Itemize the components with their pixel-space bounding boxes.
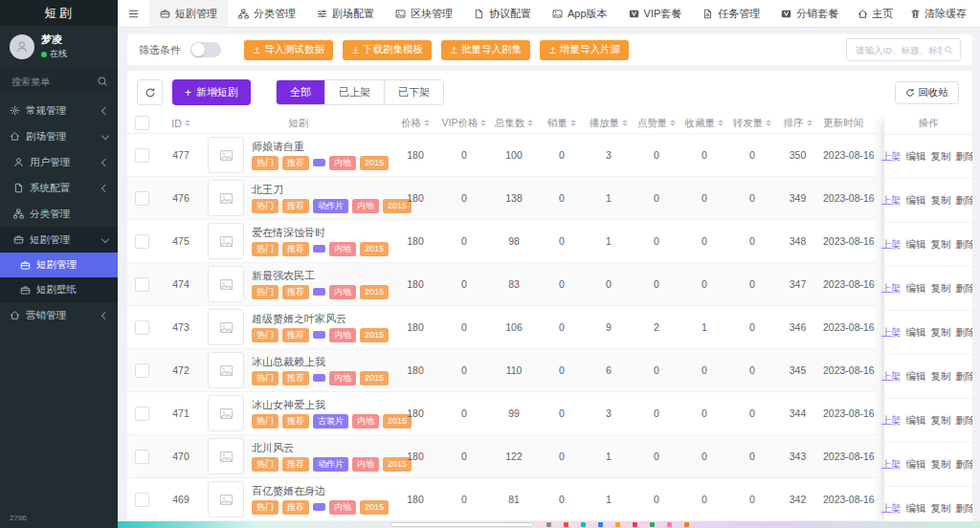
- nav-tab-task-manage[interactable]: 任务管理: [692, 0, 770, 27]
- action-delete[interactable]: 删除: [956, 502, 973, 516]
- taskbar-app-icon[interactable]: [650, 522, 655, 527]
- nav-tab-block-manage[interactable]: 区块管理: [385, 0, 463, 27]
- action-delete[interactable]: 删除: [956, 414, 973, 428]
- sort-icon[interactable]: [766, 120, 771, 126]
- sidebar-item-system-config[interactable]: 系统配置: [0, 175, 118, 201]
- sidebar-item-marketing-manage[interactable]: 营销管理: [0, 302, 118, 328]
- action-copy[interactable]: 复制: [931, 150, 951, 164]
- tab-listed[interactable]: 已上架: [324, 80, 384, 104]
- sort-icon[interactable]: [424, 120, 430, 126]
- action-edit[interactable]: 编辑: [906, 370, 926, 384]
- action-list[interactable]: 上架: [881, 326, 902, 340]
- taskbar-app-icon[interactable]: [633, 522, 637, 527]
- tab-all[interactable]: 全部: [277, 80, 324, 104]
- action-list[interactable]: 上架: [881, 238, 902, 252]
- batch-import-episodes-button[interactable]: 批量导入剧集: [441, 40, 530, 60]
- action-edit[interactable]: 编辑: [906, 326, 926, 340]
- nav-tab-drama-manage[interactable]: 短剧管理: [149, 0, 228, 27]
- action-edit[interactable]: 编辑: [906, 502, 926, 516]
- taskbar-app-icon[interactable]: [564, 522, 568, 527]
- action-edit[interactable]: 编辑: [906, 414, 926, 428]
- nav-tab-theater-config[interactable]: 剧场配置: [306, 0, 385, 27]
- incremental-import-source-button[interactable]: 增量导入片源: [540, 40, 629, 60]
- select-all-checkbox[interactable]: [127, 116, 156, 130]
- action-edit[interactable]: 编辑: [906, 458, 926, 472]
- row-checkbox[interactable]: [127, 234, 156, 249]
- sidebar-item-theater-manage[interactable]: 剧场管理: [0, 123, 118, 149]
- sidebar-item-general-manage[interactable]: 常规管理: [0, 98, 118, 123]
- action-edit[interactable]: 编辑: [906, 238, 926, 252]
- sort-icon[interactable]: [480, 120, 486, 126]
- sort-icon[interactable]: [185, 120, 190, 126]
- nav-tab-distribution-package[interactable]: 分销套餐: [770, 0, 849, 27]
- row-checkbox[interactable]: [127, 191, 156, 206]
- column-header-sales[interactable]: 销量: [539, 117, 585, 130]
- action-list[interactable]: 上架: [881, 194, 902, 208]
- action-list[interactable]: 上架: [881, 150, 902, 164]
- refresh-button[interactable]: [137, 79, 163, 105]
- sidebar-search-input[interactable]: [10, 76, 97, 88]
- action-copy[interactable]: 复制: [931, 238, 951, 252]
- action-copy[interactable]: 复制: [931, 502, 951, 516]
- action-list[interactable]: 上架: [881, 282, 902, 296]
- action-delete[interactable]: 删除: [956, 326, 973, 340]
- sort-icon[interactable]: [807, 120, 813, 126]
- row-checkbox[interactable]: [127, 277, 156, 292]
- row-checkbox[interactable]: [127, 148, 156, 163]
- action-list[interactable]: 上架: [881, 370, 902, 384]
- nav-link-clear-cache[interactable]: 清除缓存: [902, 0, 975, 27]
- recycle-bin-button[interactable]: 回收站: [895, 81, 960, 104]
- sort-icon[interactable]: [718, 120, 724, 126]
- action-edit[interactable]: 编辑: [906, 194, 926, 208]
- action-delete[interactable]: 删除: [956, 238, 973, 252]
- sort-icon[interactable]: [570, 120, 576, 126]
- taskbar-app-icon[interactable]: [598, 522, 603, 527]
- row-checkbox[interactable]: [127, 493, 156, 507]
- taskbar-app-icon[interactable]: [667, 522, 672, 527]
- action-copy[interactable]: 复制: [931, 194, 951, 208]
- import-test-data-button[interactable]: 导入测试数据: [244, 40, 333, 60]
- nav-tab-category-manage[interactable]: 分类管理: [228, 0, 306, 27]
- sidebar-item-category-manage[interactable]: 分类管理: [0, 201, 118, 227]
- add-drama-button[interactable]: + 新增短剧: [172, 79, 251, 105]
- download-episode-template-button[interactable]: 下载剧集模板: [343, 40, 432, 60]
- action-edit[interactable]: 编辑: [906, 282, 926, 296]
- action-delete[interactable]: 删除: [956, 282, 973, 296]
- sort-icon[interactable]: [527, 120, 533, 126]
- nav-tab-app-version[interactable]: App版本: [542, 0, 618, 27]
- row-checkbox[interactable]: [127, 407, 156, 421]
- action-delete[interactable]: 删除: [956, 194, 973, 208]
- nav-link-home[interactable]: 主页: [849, 0, 902, 27]
- taskbar-app-icon[interactable]: [615, 522, 620, 527]
- action-delete[interactable]: 删除: [956, 150, 973, 164]
- taskbar-app-icon[interactable]: [546, 522, 551, 527]
- column-header-vip_price[interactable]: VIP价格: [439, 117, 489, 130]
- column-header-price[interactable]: 价格: [391, 117, 439, 130]
- filter-toggle[interactable]: [190, 42, 221, 57]
- sidebar-item-drama-wallpaper[interactable]: 短剧壁纸: [0, 277, 118, 302]
- taskbar-app-icon[interactable]: [684, 522, 689, 527]
- action-list[interactable]: 上架: [881, 414, 902, 428]
- nav-tab-vip-package[interactable]: VIP套餐: [618, 0, 693, 27]
- row-checkbox[interactable]: [127, 320, 156, 335]
- sidebar-item-user-manage[interactable]: 用户管理: [0, 149, 118, 175]
- tab-unlisted[interactable]: 已下架: [384, 80, 443, 104]
- column-header-plays[interactable]: 播放量: [585, 117, 633, 130]
- action-copy[interactable]: 复制: [931, 370, 951, 384]
- sidebar-item-drama-manage-group[interactable]: 短剧管理: [0, 227, 118, 253]
- action-delete[interactable]: 删除: [956, 458, 973, 472]
- action-list[interactable]: 上架: [881, 502, 902, 516]
- action-copy[interactable]: 复制: [931, 326, 951, 340]
- action-copy[interactable]: 复制: [931, 282, 951, 296]
- sort-icon[interactable]: [622, 120, 628, 126]
- column-header-episodes[interactable]: 总集数: [489, 117, 539, 130]
- action-delete[interactable]: 删除: [956, 370, 973, 384]
- column-header-order[interactable]: 排序: [776, 117, 819, 130]
- column-header-shares[interactable]: 转发量: [728, 117, 776, 130]
- action-copy[interactable]: 复制: [931, 458, 951, 472]
- column-header-likes[interactable]: 点赞量: [633, 117, 680, 130]
- action-edit[interactable]: 编辑: [906, 150, 926, 164]
- action-list[interactable]: 上架: [881, 458, 902, 472]
- hamburger-menu-icon[interactable]: [118, 8, 149, 20]
- sidebar-item-drama-manage[interactable]: 短剧管理: [0, 253, 118, 277]
